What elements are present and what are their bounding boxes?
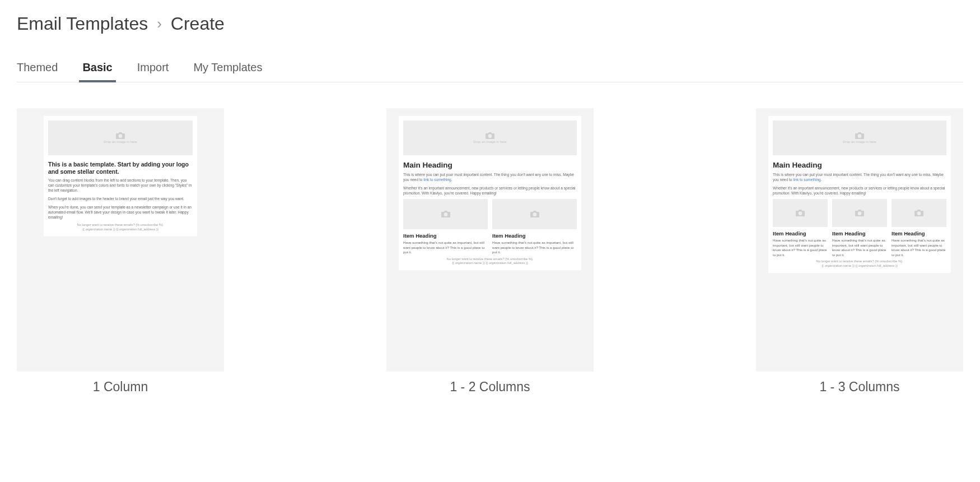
thumbnail-main-heading: Main Heading	[773, 161, 946, 170]
breadcrumb-root[interactable]: Email Templates	[17, 13, 148, 34]
thumbnail-paragraph: Whether it's an important announcement, …	[403, 186, 577, 196]
item-heading: Item Heading	[492, 233, 577, 239]
thumbnail-column: Item Heading Have something that's not q…	[892, 199, 946, 257]
item-body: Have something that's not quite as impor…	[832, 238, 887, 257]
template-label: 1 - 2 Columns	[386, 379, 594, 395]
thumbnail-column: Item Heading Have something that's not q…	[403, 199, 488, 254]
template-card-1-column[interactable]: Drop an image in here This is a basic te…	[17, 108, 224, 395]
item-heading: Item Heading	[773, 230, 828, 237]
camera-icon	[796, 210, 805, 216]
image-placeholder: Drop an image in here	[403, 121, 577, 155]
thumbnail-column: Item Heading Have something that's not q…	[773, 199, 828, 257]
thumbnail-column: Item Heading Have something that's not q…	[492, 199, 577, 254]
item-body: Have something that's not quite as impor…	[773, 238, 828, 257]
tab-themed[interactable]: Themed	[17, 61, 58, 82]
thumbnail-paragraph: Don't forget to add images to the header…	[48, 197, 193, 202]
image-placeholder	[492, 199, 577, 229]
item-body: Have something that's not quite as impor…	[892, 238, 946, 257]
thumbnail-footer: No longer want to receive these emails? …	[403, 257, 577, 266]
image-placeholder: Drop an image in here	[773, 121, 946, 155]
tab-basic[interactable]: Basic	[82, 61, 112, 82]
thumbnail-footer: No longer want to receive these emails? …	[773, 259, 946, 268]
camera-icon	[855, 210, 864, 216]
item-body: Have something that's not quite as impor…	[403, 240, 488, 254]
tab-import[interactable]: Import	[137, 61, 169, 82]
thumbnail-footer: No longer want to receive these emails? …	[48, 223, 193, 232]
image-placeholder	[773, 199, 828, 227]
placeholder-text: Drop an image in here	[843, 140, 876, 143]
item-body: Have something that's not quite as impor…	[492, 240, 577, 254]
breadcrumb-current: Create	[171, 13, 225, 34]
template-card-1-2-columns[interactable]: Drop an image in here Main Heading This …	[386, 108, 594, 395]
thumbnail-intro: This is where you can put your most impo…	[403, 173, 577, 183]
camera-icon	[116, 132, 125, 139]
template-label: 1 - 3 Columns	[756, 379, 963, 395]
template-thumbnail: Drop an image in here Main Heading This …	[399, 116, 581, 270]
thumbnail-paragraph: You can drag content blocks from the lef…	[48, 178, 193, 193]
thumbnail-headline: This is a basic template. Start by addin…	[48, 161, 193, 175]
camera-icon	[486, 132, 494, 139]
item-heading: Item Heading	[892, 230, 946, 237]
camera-icon	[441, 211, 450, 217]
thumbnail-paragraph: When you're done, you can send your temp…	[48, 205, 193, 220]
image-placeholder	[403, 199, 488, 229]
template-card-1-3-columns[interactable]: Drop an image in here Main Heading This …	[756, 108, 963, 395]
template-thumbnail: Drop an image in here Main Heading This …	[768, 116, 951, 273]
camera-icon	[530, 211, 539, 217]
camera-icon	[855, 132, 864, 139]
image-placeholder	[832, 199, 887, 227]
item-heading: Item Heading	[403, 233, 488, 239]
template-thumbnail: Drop an image in here This is a basic te…	[44, 116, 197, 237]
placeholder-text: Drop an image in here	[473, 140, 506, 143]
chevron-right-icon: ›	[157, 15, 162, 33]
item-heading: Item Heading	[832, 230, 887, 237]
thumbnail-column: Item Heading Have something that's not q…	[832, 199, 887, 257]
thumbnail-intro: This is where you can put your most impo…	[773, 173, 946, 183]
image-placeholder: Drop an image in here	[48, 121, 193, 155]
thumbnail-link: link to something	[423, 178, 451, 182]
breadcrumb: Email Templates › Create	[17, 13, 963, 34]
tab-my-templates[interactable]: My Templates	[193, 61, 262, 82]
thumbnail-main-heading: Main Heading	[403, 161, 577, 170]
thumbnail-link: link to something	[793, 178, 820, 182]
tab-bar: Themed Basic Import My Templates	[17, 61, 963, 82]
template-grid: Drop an image in here This is a basic te…	[17, 108, 963, 395]
template-label: 1 Column	[17, 379, 224, 395]
image-placeholder	[892, 199, 946, 227]
placeholder-text: Drop an image in here	[104, 140, 137, 143]
camera-icon	[914, 210, 923, 216]
thumbnail-paragraph: Whether it's an important announcement, …	[773, 186, 946, 196]
